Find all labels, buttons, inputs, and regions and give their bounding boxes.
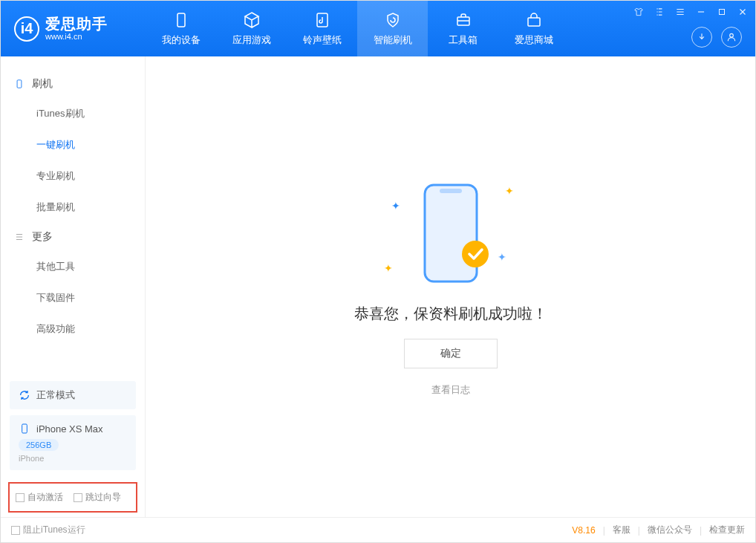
checkbox-skip-wizard[interactable]: 跳过向导 (74, 491, 121, 504)
download-button[interactable] (691, 27, 712, 48)
phone-icon (19, 423, 30, 435)
checkbox-label: 阻止iTunes运行 (23, 524, 85, 536)
tab-label: 智能刷机 (374, 33, 412, 47)
options-highlight-box: 自动激活 跳过向导 (8, 482, 137, 513)
tab-toolbox[interactable]: 工具箱 (428, 1, 498, 56)
sparkle-icon: ✦ (498, 251, 506, 263)
footer-link-update[interactable]: 检查更新 (709, 524, 745, 536)
store-icon (525, 11, 543, 29)
success-message: 恭喜您，保资料刷机成功啦！ (354, 304, 547, 324)
svg-rect-9 (440, 189, 462, 193)
sidebar-item-pro-flash[interactable]: 专业刷机 (1, 160, 145, 192)
tab-ringtone-wallpaper[interactable]: 铃声壁纸 (287, 1, 357, 56)
version-label: V8.16 (572, 525, 595, 536)
sidebar: 刷机 iTunes刷机 一键刷机 专业刷机 批量刷机 更多 其他工具 下载固件 … (1, 56, 146, 517)
tab-smart-flash[interactable]: 智能刷机 (357, 1, 428, 56)
tab-label: 我的设备 (162, 33, 201, 47)
sidebar-item-itunes-flash[interactable]: iTunes刷机 (1, 98, 145, 129)
app-subtitle: www.i4.cn (45, 32, 108, 41)
mode-card[interactable]: 正常模式 (10, 381, 136, 409)
device-name: iPhone XS Max (36, 423, 103, 435)
shirt-icon[interactable] (633, 7, 644, 17)
logo-area: i4 爱思助手 www.i4.cn (1, 16, 146, 41)
success-illustration: ✦ ✦ ✦ ✦ (377, 178, 525, 289)
user-button[interactable] (721, 27, 742, 48)
refresh-icon (19, 389, 30, 401)
checkbox-icon (11, 526, 20, 535)
check-badge-icon (461, 240, 489, 268)
svg-rect-5 (720, 10, 725, 15)
shield-refresh-icon (384, 11, 402, 29)
footer-link-wechat[interactable]: 微信公众号 (648, 524, 692, 536)
menu-icon[interactable] (675, 7, 685, 17)
footer: 阻止iTunes运行 V8.16 | 客服 | 微信公众号 | 检查更新 (1, 517, 755, 542)
checkbox-label: 跳过向导 (85, 491, 121, 504)
sidebar-section-flash: 刷机 (1, 70, 145, 98)
app-logo-icon: i4 (14, 16, 39, 42)
sidebar-item-other-tools[interactable]: 其他工具 (1, 251, 145, 282)
checkbox-icon (16, 493, 25, 502)
sidebar-item-oneclick-flash[interactable]: 一键刷机 (1, 129, 145, 160)
checkbox-block-itunes[interactable]: 阻止iTunes运行 (11, 524, 85, 536)
tab-label: 爱思商城 (515, 33, 553, 47)
tab-label: 应用游戏 (232, 33, 271, 47)
tab-apps-games[interactable]: 应用游戏 (216, 1, 287, 56)
main-content: ✦ ✦ ✦ ✦ 恭喜您，保资料刷机成功啦！ 确定 查看日志 (146, 56, 755, 517)
app-title: 爱思助手 (45, 16, 108, 32)
sparkle-icon: ✦ (505, 185, 514, 197)
view-log-link[interactable]: 查看日志 (431, 383, 470, 397)
music-file-icon (313, 11, 331, 29)
section-title-text: 更多 (32, 230, 53, 244)
minimize-icon[interactable] (696, 7, 706, 17)
tab-label: 工具箱 (449, 33, 478, 47)
device-icon (172, 11, 190, 29)
mode-label: 正常模式 (36, 388, 75, 402)
sidebar-item-advanced[interactable]: 高级功能 (1, 313, 145, 345)
section-title-text: 刷机 (32, 77, 53, 91)
window-controls (633, 7, 748, 17)
list-icon (14, 232, 25, 242)
checkbox-icon (74, 493, 82, 502)
svg-rect-3 (528, 18, 540, 26)
svg-point-10 (462, 241, 489, 267)
phone-illustration-icon (417, 181, 484, 285)
svg-rect-0 (177, 13, 185, 27)
svg-rect-7 (22, 424, 27, 433)
svg-point-4 (730, 33, 734, 37)
tab-my-device[interactable]: 我的设备 (146, 1, 216, 56)
sidebar-item-download-firmware[interactable]: 下载固件 (1, 282, 145, 313)
storage-badge: 256GB (19, 439, 59, 451)
ok-button[interactable]: 确定 (404, 339, 498, 368)
tab-store[interactable]: 爱思商城 (498, 1, 569, 56)
maximize-icon[interactable] (717, 7, 727, 17)
list-icon[interactable] (654, 7, 665, 17)
close-icon[interactable] (737, 7, 748, 17)
footer-link-support[interactable]: 客服 (613, 524, 630, 536)
cube-icon (243, 11, 261, 29)
sparkle-icon: ✦ (384, 262, 393, 274)
sidebar-item-batch-flash[interactable]: 批量刷机 (1, 192, 145, 223)
header-actions (691, 27, 742, 48)
device-card[interactable]: iPhone XS Max 256GB iPhone (10, 415, 136, 470)
app-header: i4 爱思助手 www.i4.cn 我的设备 应用游戏 铃声壁纸 智能刷机 工具… (1, 1, 755, 56)
toolbox-icon (454, 11, 472, 29)
checkbox-label: 自动激活 (27, 491, 63, 504)
checkbox-auto-activate[interactable]: 自动激活 (16, 491, 63, 504)
sparkle-icon: ✦ (391, 200, 400, 212)
main-tabs: 我的设备 应用游戏 铃声壁纸 智能刷机 工具箱 爱思商城 (146, 1, 569, 56)
phone-icon (14, 79, 25, 89)
device-type: iPhone (19, 454, 127, 463)
svg-rect-6 (17, 80, 22, 88)
sidebar-section-more: 更多 (1, 223, 145, 251)
tab-label: 铃声壁纸 (303, 33, 342, 47)
